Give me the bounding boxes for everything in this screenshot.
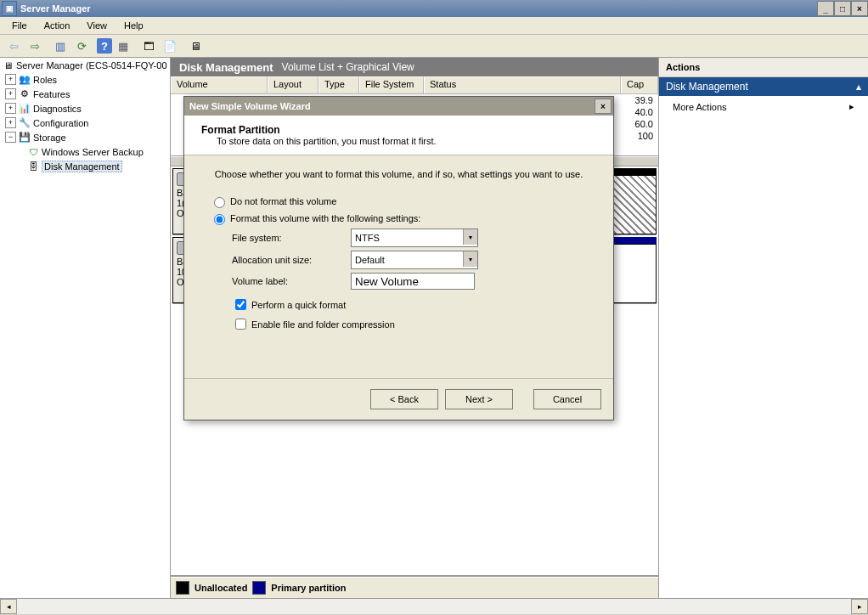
- label-allocation: Allocation unit size:: [232, 255, 351, 265]
- cap-value: 100: [623, 130, 658, 142]
- wizard-buttons: < Back Next > Cancel: [184, 378, 613, 420]
- maximize-button[interactable]: □: [834, 1, 851, 16]
- toolbar-icon-4[interactable]: 🗔: [138, 36, 159, 56]
- chevron-right-icon: ▸: [849, 101, 854, 112]
- checkbox-compression[interactable]: [235, 319, 246, 330]
- app-title: Server Manager: [20, 3, 91, 14]
- toolbar-refresh-icon[interactable]: ⟳: [71, 36, 92, 56]
- volume-columns: Volume Layout Type File System Status Ca…: [171, 76, 658, 94]
- actions-section[interactable]: Disk Management ▴: [659, 77, 868, 96]
- toolbar-icon-6[interactable]: 🖥: [185, 36, 206, 56]
- expand-icon[interactable]: +: [5, 117, 16, 128]
- radio-format[interactable]: [214, 214, 225, 225]
- diagnostics-icon: 📊: [19, 103, 31, 115]
- legend-unallocated-sq: [176, 581, 189, 595]
- storage-icon: 💾: [19, 132, 31, 144]
- radio-noformat[interactable]: [214, 197, 225, 208]
- toolbar-icon-1[interactable]: ▥: [50, 36, 70, 56]
- chevron-up-icon: ▴: [856, 81, 861, 93]
- opt-format-row[interactable]: Format this volume with the following se…: [210, 212, 588, 225]
- tree-features[interactable]: + ⚙ Features: [0, 87, 170, 101]
- tree-wsb[interactable]: 🛡 Windows Server Backup: [0, 144, 170, 159]
- forward-icon[interactable]: ⇨: [25, 36, 45, 56]
- features-icon: ⚙: [19, 88, 31, 100]
- col-fs[interactable]: File System: [359, 76, 424, 93]
- legend-primary-sq: [252, 581, 266, 595]
- cap-value: 40.0: [623, 106, 658, 118]
- nav-tree: 🖥 Server Manager (ECS-0514-FQY-00 + 👥 Ro…: [0, 58, 171, 598]
- actions-header: Actions: [659, 58, 868, 77]
- tree-diagnostics[interactable]: + 📊 Diagnostics: [0, 101, 170, 116]
- wizard-choose: Choose whether you want to format this v…: [210, 169, 588, 179]
- expand-icon[interactable]: +: [5, 74, 16, 85]
- legend-unallocated: Unallocated: [194, 583, 247, 593]
- chevron-down-icon[interactable]: ▾: [463, 229, 477, 245]
- cap-value: 39.9: [623, 94, 658, 106]
- tree-root[interactable]: 🖥 Server Manager (ECS-0514-FQY-00: [0, 58, 170, 72]
- wizard-body: Choose whether you want to format this v…: [184, 155, 613, 342]
- col-layout[interactable]: Layout: [268, 76, 318, 93]
- chevron-down-icon[interactable]: ▾: [463, 251, 477, 267]
- wizard-close-button[interactable]: ×: [595, 99, 612, 114]
- collapse-icon[interactable]: −: [5, 132, 16, 143]
- tree-disk-management[interactable]: 🗄 Disk Management: [0, 159, 170, 173]
- backup-icon: 🛡: [27, 146, 39, 158]
- tree-roles[interactable]: + 👥 Roles: [0, 72, 170, 87]
- actions-pane: Actions Disk Management ▴ More Actions ▸: [659, 58, 868, 598]
- scroll-left-icon[interactable]: ◂: [0, 599, 17, 614]
- opt-noformat-row[interactable]: Do not format this volume: [210, 195, 588, 208]
- wizard-header: Format Partition To store data on this p…: [184, 116, 613, 155]
- minimize-button[interactable]: _: [817, 1, 834, 16]
- configuration-icon: 🔧: [19, 117, 31, 129]
- menu-action[interactable]: Action: [36, 19, 79, 32]
- menu-bar: File Action View Help: [0, 17, 868, 35]
- scroll-track[interactable]: [17, 599, 851, 614]
- wizard-titlebar[interactable]: New Simple Volume Wizard ×: [184, 97, 613, 116]
- menu-file[interactable]: File: [3, 19, 36, 32]
- toolbar: ⇦ ⇨ ▥ ⟳ ? ▦ 🗔 📄 🖥: [0, 35, 868, 58]
- hscrollbar[interactable]: ◂ ▸: [0, 598, 868, 614]
- wizard-sub: To store data on this partition, you mus…: [201, 136, 437, 146]
- checkbox-quick-format[interactable]: [235, 299, 246, 310]
- wizard-heading: Format Partition: [201, 124, 280, 136]
- new-simple-volume-wizard: New Simple Volume Wizard × Format Partit…: [183, 96, 614, 420]
- label-filesystem: File system:: [232, 233, 351, 243]
- server-icon: 🖥: [2, 59, 14, 71]
- content-title: Disk Management: [171, 61, 282, 74]
- menu-view[interactable]: View: [78, 19, 116, 32]
- toolbar-icon-5[interactable]: 📄: [160, 36, 180, 56]
- col-status[interactable]: Status: [424, 76, 621, 93]
- select-filesystem[interactable]: NTFS ▾: [351, 229, 478, 247]
- expand-icon[interactable]: +: [5, 88, 16, 99]
- more-actions[interactable]: More Actions ▸: [659, 96, 868, 117]
- expand-icon[interactable]: +: [5, 103, 16, 114]
- help-icon[interactable]: ?: [97, 38, 112, 54]
- cancel-button[interactable]: Cancel: [533, 389, 601, 409]
- col-cap[interactable]: Cap: [621, 76, 658, 93]
- input-volume-label[interactable]: [351, 273, 475, 290]
- app-titlebar: ▣ Server Manager _ □ ×: [0, 0, 868, 17]
- next-button[interactable]: Next >: [445, 389, 513, 409]
- select-allocation[interactable]: Default ▾: [351, 251, 478, 269]
- tree-storage[interactable]: − 💾 Storage: [0, 130, 170, 144]
- back-button[interactable]: < Back: [370, 389, 438, 409]
- close-button[interactable]: ×: [851, 1, 868, 16]
- disk-icon: 🗄: [27, 161, 39, 172]
- menu-help[interactable]: Help: [116, 19, 152, 32]
- cap-value: 60.0: [623, 118, 658, 130]
- back-icon[interactable]: ⇦: [3, 36, 24, 56]
- content-subtitle: Volume List + Graphical View: [282, 61, 414, 73]
- label-volume: Volume label:: [232, 276, 351, 286]
- roles-icon: 👥: [19, 74, 31, 86]
- content-header: Disk Management Volume List + Graphical …: [171, 58, 658, 76]
- tree-configuration[interactable]: + 🔧 Configuration: [0, 116, 170, 130]
- legend: Unallocated Primary partition: [171, 577, 658, 598]
- col-volume[interactable]: Volume: [171, 76, 268, 93]
- scroll-right-icon[interactable]: ▸: [851, 599, 868, 614]
- toolbar-icon-3[interactable]: ▦: [113, 36, 133, 56]
- app-icon: ▣: [2, 1, 17, 16]
- legend-primary: Primary partition: [271, 583, 346, 593]
- col-type[interactable]: Type: [318, 76, 359, 93]
